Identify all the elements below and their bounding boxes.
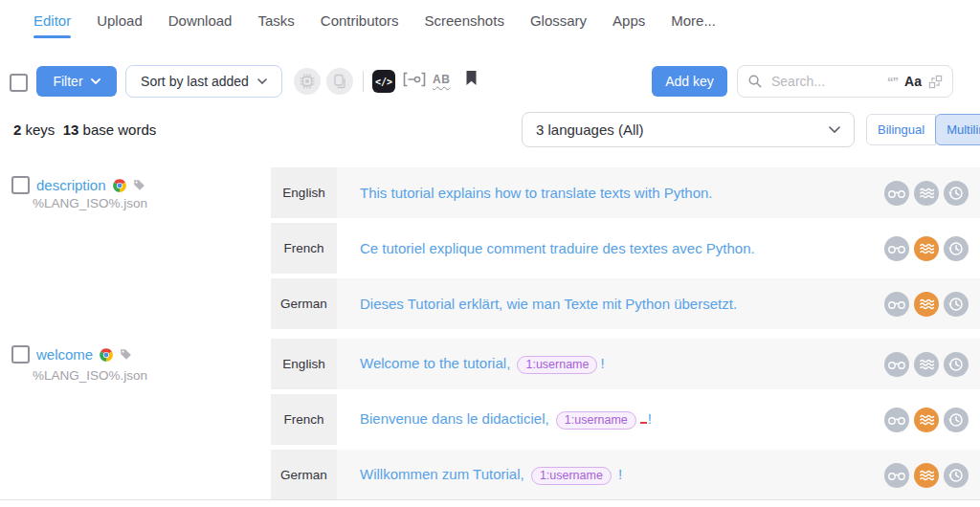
key-checkbox[interactable] <box>11 345 30 364</box>
tab-apps[interactable]: Apps <box>612 0 645 40</box>
translation-cell[interactable]: Willkommen zum Tutorial, 1:username ! <box>337 450 980 500</box>
regex-icon[interactable] <box>928 75 943 89</box>
row-actions <box>884 463 969 488</box>
translation-row: English Welcome to the tutorial, 1:usern… <box>271 339 980 389</box>
waves-icon[interactable] <box>914 292 939 317</box>
sort-dropdown[interactable]: Sort by last added <box>125 65 282 98</box>
translation-row: French Ce tutoriel explique comment trad… <box>271 223 980 274</box>
tab-more[interactable]: More... <box>671 0 716 40</box>
glasses-icon[interactable] <box>884 463 909 488</box>
glasses-icon[interactable] <box>884 236 909 261</box>
translation-text-before: Welcome to the tutorial, <box>360 355 514 371</box>
waves-icon[interactable] <box>914 352 939 377</box>
translation-text: Ce tutoriel explique comment traduire de… <box>360 240 873 256</box>
case-icon[interactable]: Aa <box>904 74 922 89</box>
waves-icon[interactable] <box>914 236 939 261</box>
machine-translation-button[interactable] <box>294 68 321 95</box>
glasses-icon[interactable] <box>884 292 909 317</box>
filter-button[interactable]: Filter <box>36 66 117 97</box>
waves-icon[interactable] <box>914 408 939 432</box>
add-key-button-label: Add key <box>665 74 714 89</box>
bookmark-icon[interactable] <box>465 70 478 90</box>
history-icon[interactable] <box>944 352 969 377</box>
view-mode-toggle: Bilingual Multilingual <box>866 114 980 145</box>
history-icon[interactable] <box>944 463 969 488</box>
translation-text-before: Bienvenue dans le didacticiel, <box>360 410 553 427</box>
tab-tasks[interactable]: Tasks <box>257 0 294 40</box>
translation-text: Bienvenue dans le didacticiel, 1:usernam… <box>360 410 873 430</box>
row-actions <box>884 408 969 432</box>
chrome-icon <box>100 348 113 362</box>
placeholder-pill: 1:username <box>556 411 636 430</box>
tag-icon[interactable] <box>120 348 132 361</box>
spellcheck-icon[interactable]: AB <box>433 73 450 86</box>
row-actions <box>884 352 969 377</box>
tag-icon[interactable] <box>133 179 145 191</box>
history-icon[interactable] <box>944 292 969 317</box>
code-toggle-icon[interactable]: </> <box>372 70 395 93</box>
translation-text: Welcome to the tutorial, 1:username! <box>360 355 873 374</box>
keys-count: 2 <box>13 121 21 138</box>
row-actions <box>884 181 969 206</box>
duplicate-icon <box>331 73 348 90</box>
add-key-button[interactable]: Add key <box>652 66 727 97</box>
tab-screenshots[interactable]: Screenshots <box>425 0 504 40</box>
translation-row: German Willkommen zum Tutorial, 1:userna… <box>271 450 980 500</box>
waves-icon[interactable] <box>914 181 939 206</box>
translation-text: Willkommen zum Tutorial, 1:username ! <box>360 466 873 485</box>
translation-text: Dieses Tutorial erklärt, wie man Texte m… <box>360 296 873 312</box>
search-input[interactable] <box>769 73 880 90</box>
tab-download[interactable]: Download <box>168 0 233 40</box>
translation-row: English This tutorial explains how to tr… <box>271 167 980 218</box>
base-words-count: 13 <box>63 121 79 138</box>
history-icon[interactable] <box>944 181 969 206</box>
language-label: French <box>271 223 337 274</box>
translation-cell[interactable]: Ce tutoriel explique comment traduire de… <box>337 223 980 274</box>
key-filename: %LANG_ISO%.json <box>33 368 147 383</box>
language-filter-dropdown[interactable]: 3 languages (All) <box>522 112 855 147</box>
row-actions <box>884 292 969 317</box>
translation-row: French Bienvenue dans le didacticiel, 1:… <box>271 394 980 445</box>
language-filter-value: 3 languages (All) <box>536 121 644 138</box>
quotes-icon[interactable]: “” <box>887 75 898 89</box>
tab-glossary[interactable]: Glossary <box>530 0 587 40</box>
key-checkbox[interactable] <box>11 176 30 194</box>
keys-summary: 2 keys 13 base words <box>13 121 156 138</box>
key-header-welcome: welcome <box>11 345 132 364</box>
translation-text-after: ! <box>600 355 604 371</box>
history-icon[interactable] <box>944 236 969 261</box>
key-name-link[interactable]: welcome <box>36 346 93 363</box>
glasses-icon[interactable] <box>884 181 909 206</box>
history-icon[interactable] <box>944 408 969 432</box>
tab-upload[interactable]: Upload <box>97 0 143 40</box>
key-id-icon[interactable] <box>402 71 427 92</box>
key-name-link[interactable]: description <box>36 177 106 193</box>
translation-cell[interactable]: Dieses Tutorial erklärt, wie man Texte m… <box>337 278 980 329</box>
waves-icon[interactable] <box>914 463 939 488</box>
tab-editor[interactable]: Editor <box>33 0 71 40</box>
language-label: French <box>271 394 337 445</box>
tab-contributors[interactable]: Contributors <box>321 0 399 40</box>
language-label: German <box>271 278 337 329</box>
chevron-down-icon <box>91 78 100 84</box>
translation-cell[interactable]: Bienvenue dans le didacticiel, 1:usernam… <box>337 394 980 445</box>
bilingual-toggle[interactable]: Bilingual <box>866 114 936 145</box>
translation-cell[interactable]: Welcome to the tutorial, 1:username! <box>337 339 980 389</box>
editor-page: Editor Upload Download Tasks Contributor… <box>0 0 980 507</box>
toolbar-divider <box>363 71 364 92</box>
key-filename: %LANG_ISO%.json <box>33 196 147 210</box>
language-label: English <box>271 167 337 218</box>
machine-translation-icon <box>299 73 316 90</box>
duplicate-button[interactable] <box>326 68 353 95</box>
glasses-icon[interactable] <box>884 408 909 432</box>
chrome-icon <box>113 179 126 192</box>
keys-label: keys <box>26 121 56 138</box>
language-label: English <box>271 339 337 389</box>
row-actions <box>884 236 969 261</box>
translation-cell[interactable]: This tutorial explains how to translate … <box>337 167 980 218</box>
glasses-icon[interactable] <box>884 352 909 377</box>
whitespace-warning-marker <box>640 410 647 424</box>
bottom-divider <box>0 499 980 500</box>
multilingual-toggle[interactable]: Multilingual <box>935 114 980 145</box>
select-all-checkbox[interactable] <box>10 74 28 92</box>
